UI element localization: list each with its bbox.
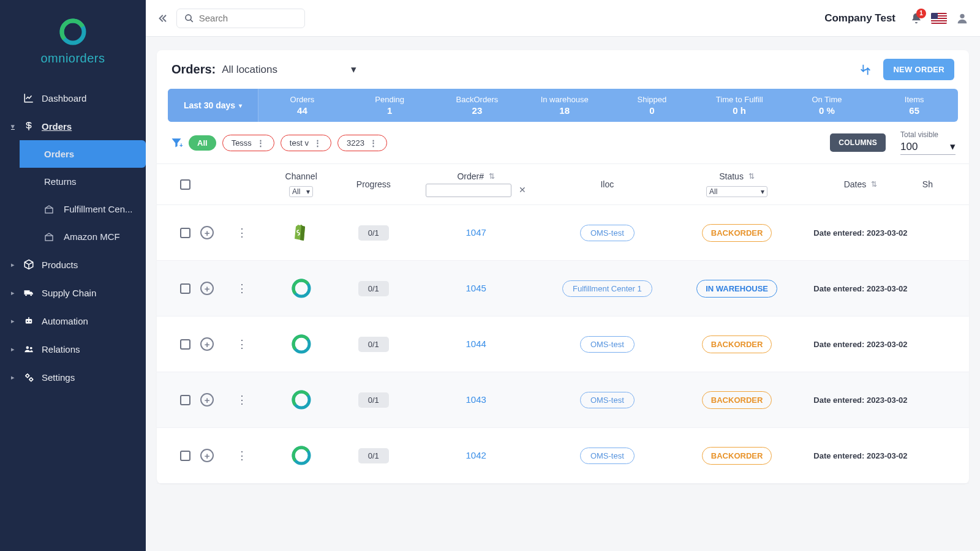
sort-icon[interactable]: ⇅ (871, 180, 877, 189)
channel-omni-icon (291, 278, 312, 299)
notifications-button[interactable]: 1 (910, 12, 922, 24)
box-icon (22, 259, 36, 270)
iloc-tag[interactable]: OMS-test (580, 392, 635, 408)
table-row: +⋮0/11044OMS-testBACKORDERDate entered: … (157, 317, 969, 372)
filter-chip-all[interactable]: All (189, 135, 216, 151)
stat-cell[interactable]: Orders44 (258, 89, 346, 122)
filter-add-button[interactable]: + (170, 137, 183, 149)
table-row: +⋮0/11043OMS-testBACKORDERDate entered: … (157, 372, 969, 428)
filter-chip[interactable]: test v⋮ (281, 135, 331, 151)
search-field[interactable] (176, 9, 305, 28)
columns-button[interactable]: COLUMNS (830, 133, 886, 152)
orders-card: Orders: All locations ▾ NEW ORDER Last 3… (157, 50, 969, 484)
row-menu-button[interactable]: ⋮ (236, 454, 268, 457)
sidebar-collapse-button[interactable] (157, 13, 168, 24)
nav-automation[interactable]: ▸ Automation (0, 307, 146, 335)
nav-products[interactable]: ▸ Products (0, 250, 146, 279)
nav-dashboard[interactable]: Dashboard (0, 84, 146, 112)
iloc-tag[interactable]: Fulfillment Center 1 (562, 280, 652, 297)
select-all-checkbox[interactable] (180, 179, 190, 190)
stat-label: Shipped (611, 95, 693, 104)
date-entered: Date entered: 2023-03-02 (813, 284, 907, 293)
location-select[interactable]: All locations ▾ (222, 61, 356, 78)
chip-menu-icon[interactable]: ⋮ (257, 138, 265, 148)
nav-relations[interactable]: ▸ Relations (0, 335, 146, 363)
row-checkbox[interactable] (180, 228, 190, 238)
channel-filter-select[interactable]: All▾ (289, 186, 313, 197)
order-number-link[interactable]: 1042 (466, 450, 486, 460)
chip-menu-icon[interactable]: ⋮ (369, 138, 378, 148)
iloc-tag[interactable]: OMS-test (580, 448, 635, 464)
import-export-button[interactable] (859, 63, 872, 77)
nav-settings[interactable]: ▸ Settings (0, 363, 146, 391)
svg-point-6 (29, 321, 31, 322)
nav-supply-chain[interactable]: ▸ Supply Chain (0, 279, 146, 307)
expand-row-button[interactable]: + (200, 449, 214, 462)
row-checkbox[interactable] (180, 283, 190, 294)
locale-flag-us[interactable] (931, 13, 947, 24)
user-menu-button[interactable] (956, 12, 969, 25)
row-menu-button[interactable]: ⋮ (236, 287, 268, 290)
date-entered: Date entered: 2023-03-02 (813, 395, 907, 405)
stat-label: BackOrders (436, 95, 519, 104)
order-number-link[interactable]: 1045 (466, 283, 486, 293)
search-input[interactable] (199, 13, 297, 23)
status-filter-select[interactable]: All▾ (706, 186, 767, 197)
iloc-tag[interactable]: OMS-test (580, 225, 635, 241)
stat-cell[interactable]: On Time0 % (783, 89, 871, 122)
gears-icon (22, 372, 36, 383)
warehouse-icon (44, 232, 56, 242)
expand-row-button[interactable]: + (200, 226, 214, 239)
stat-cell[interactable]: BackOrders23 (434, 89, 521, 122)
subnav-orders[interactable]: Orders (20, 140, 146, 168)
chip-label: Tesss (232, 138, 252, 148)
stat-value: 0 % (786, 105, 869, 116)
expand-row-button[interactable]: + (200, 393, 214, 407)
col-header-dates[interactable]: Dates (844, 179, 867, 189)
sort-icon[interactable]: ⇅ (489, 172, 495, 181)
order-number-link[interactable]: 1047 (466, 227, 486, 238)
subnav-amazon-mcf[interactable]: Amazon MCF (20, 223, 146, 250)
date-entered: Date entered: 2023-03-02 (813, 228, 907, 238)
order-filter-input[interactable] (426, 184, 511, 197)
total-visible-select[interactable]: Total visible 100 ▾ (900, 130, 956, 155)
date-range-select[interactable]: Last 30 days ▾ (168, 89, 258, 122)
stat-cell[interactable]: In warehouse18 (521, 89, 608, 122)
chip-menu-icon[interactable]: ⋮ (314, 138, 322, 148)
col-header-order[interactable]: Order# (457, 171, 484, 181)
stat-label: Time to Fulfill (698, 95, 781, 104)
row-checkbox[interactable] (180, 395, 190, 405)
sort-icon[interactable]: ⇅ (748, 172, 755, 181)
filter-chip[interactable]: Tesss⋮ (222, 135, 274, 151)
channel-omni-icon (291, 334, 312, 354)
filter-row: + All Tesss⋮test v⋮3223⋮ COLUMNS Total v… (157, 122, 969, 163)
order-number-link[interactable]: 1043 (466, 394, 486, 405)
caret-right-icon: ▸ (11, 289, 18, 297)
col-header-status[interactable]: Status (719, 171, 744, 181)
row-menu-button[interactable]: ⋮ (236, 231, 268, 234)
iloc-tag[interactable]: OMS-test (580, 336, 635, 353)
stat-cell[interactable]: Time to Fulfill0 h (696, 89, 783, 122)
new-order-button[interactable]: NEW ORDER (883, 59, 954, 80)
svg-rect-2 (45, 208, 53, 213)
row-menu-button[interactable]: ⋮ (236, 343, 268, 345)
stat-cell[interactable]: Items65 (870, 89, 958, 122)
subnav-fulfillment-center[interactable]: Fulfillment Cen... (20, 195, 146, 223)
filter-chip[interactable]: 3223⋮ (337, 135, 387, 151)
row-checkbox[interactable] (180, 339, 190, 350)
stat-cell[interactable]: Pending1 (346, 89, 434, 122)
stat-value: 23 (436, 105, 519, 116)
row-checkbox[interactable] (180, 451, 190, 461)
stat-cell[interactable]: Shipped0 (608, 89, 696, 122)
order-number-link[interactable]: 1044 (466, 339, 486, 349)
subnav-label: Returns (44, 176, 77, 187)
nav-orders[interactable]: ▾ Orders (0, 112, 146, 140)
row-menu-button[interactable]: ⋮ (236, 399, 268, 401)
clear-order-filter[interactable]: ✕ (519, 185, 526, 195)
expand-row-button[interactable]: + (200, 337, 214, 351)
user-icon (956, 12, 969, 25)
expand-row-button[interactable]: + (200, 282, 214, 295)
subnav-returns[interactable]: Returns (0, 168, 146, 195)
dollar-icon (22, 121, 36, 132)
subnav-label: Amazon MCF (64, 231, 120, 242)
